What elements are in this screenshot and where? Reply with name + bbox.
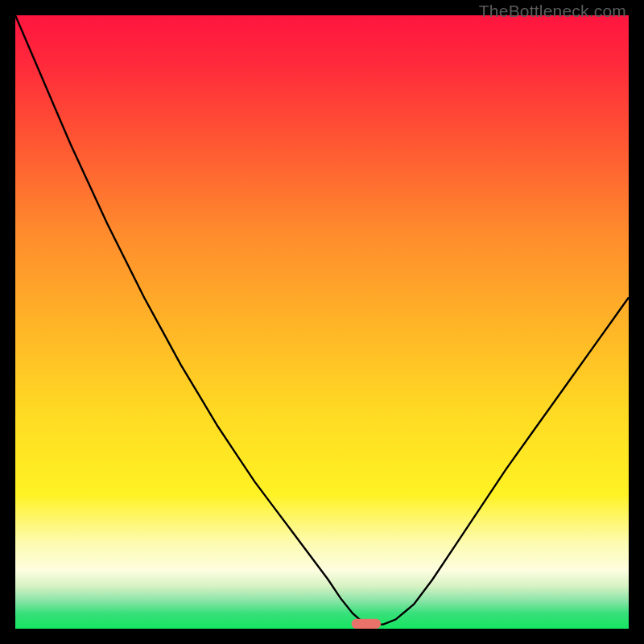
- optimum-pill: [352, 619, 382, 629]
- watermark-text: TheBottleneck.com: [479, 2, 626, 21]
- chart-background: [15, 15, 629, 629]
- bottleneck-chart: [15, 15, 629, 629]
- chart-frame: [15, 15, 629, 629]
